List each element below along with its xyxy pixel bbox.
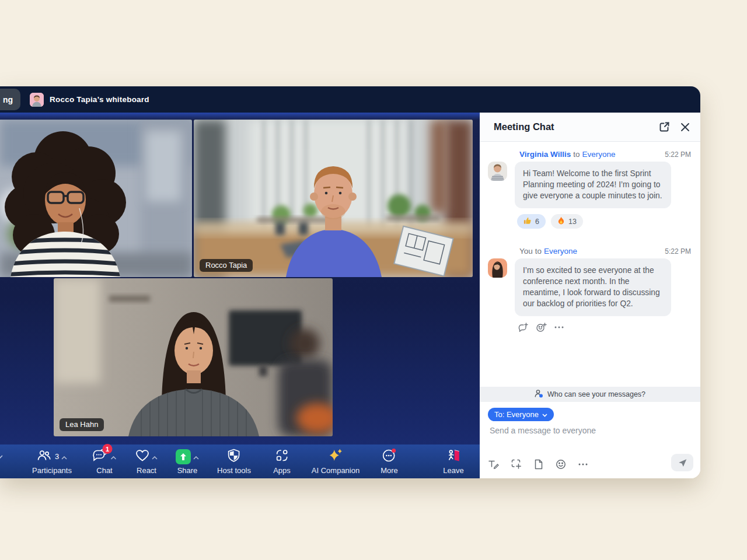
leave-label: Leave <box>443 466 463 475</box>
rocco-tapia-video <box>194 120 473 277</box>
message-actions <box>518 323 691 332</box>
chat-icon: 1 <box>93 449 109 464</box>
meeting-toolbar: 3 Participants 1 <box>0 444 480 478</box>
nametag-lea-hahn: Lea Hahn <box>60 418 104 431</box>
avatar-you <box>488 258 507 278</box>
avatar-virginia-willis <box>488 162 507 181</box>
reaction-fire[interactable]: 13 <box>551 214 583 229</box>
more-button[interactable]: More <box>381 449 398 475</box>
message-header: Virginia Willis to Everyone 5:22 PM <box>519 150 691 159</box>
video-tile-rocco-tapia[interactable]: Rocco Tapia <box>194 120 473 277</box>
composer: To: Everyone <box>480 402 700 478</box>
close-icon[interactable] <box>680 123 690 132</box>
participants-count: 3 <box>55 452 59 461</box>
chevron-down-icon <box>542 410 547 419</box>
heart-icon <box>135 449 149 464</box>
send-button[interactable] <box>671 454 693 471</box>
video-tile-participant-1[interactable] <box>0 120 192 277</box>
react-button[interactable]: React <box>135 449 158 475</box>
more-circle-icon <box>382 448 397 466</box>
participants-icon <box>37 449 51 464</box>
format-text-icon[interactable] <box>488 459 499 470</box>
sender-name: You <box>519 247 533 256</box>
more-label: More <box>381 466 398 475</box>
apps-button[interactable]: Apps <box>273 449 291 475</box>
message-header: You to Everyone 5:22 PM <box>519 247 691 256</box>
cutoff-tab[interactable]: ng <box>0 89 20 110</box>
share-button[interactable]: Share <box>176 449 199 475</box>
whiteboard-owner-avatar <box>30 93 44 107</box>
to-selector-text: To: Everyone <box>494 410 539 419</box>
recipient-name: Everyone <box>582 150 615 159</box>
message-reactions: 6 13 <box>517 214 691 229</box>
video-stage: Rocco Tapia <box>0 113 480 478</box>
message-row: I’m so excited to see everyone at the co… <box>488 258 691 316</box>
share-screen-icon <box>176 449 191 464</box>
recipient-name: Everyone <box>544 247 577 256</box>
message-time: 5:22 PM <box>665 247 691 256</box>
privacy-text: Who can see your messages? <box>547 390 645 398</box>
reaction-thumbs-up[interactable]: 6 <box>517 214 546 229</box>
screenshot-icon[interactable] <box>511 459 522 470</box>
participants-button[interactable]: 3 Participants <box>32 449 72 475</box>
fire-icon <box>557 216 565 227</box>
popout-icon[interactable] <box>659 121 670 132</box>
more-options-icon[interactable] <box>554 326 564 328</box>
chat-header: Meeting Chat <box>480 113 700 142</box>
ai-sparkle-icon <box>328 448 343 465</box>
participants-label: Participants <box>32 466 72 475</box>
sender-name: Virginia Willis <box>519 150 571 159</box>
privacy-icon <box>535 389 543 400</box>
chevron-up-icon[interactable] <box>193 452 199 462</box>
share-label: Share <box>177 466 198 475</box>
to-word: to <box>535 247 542 256</box>
host-tools-label: Host tools <box>217 466 251 475</box>
shield-icon <box>228 449 241 465</box>
recipient-selector[interactable]: To: Everyone <box>488 408 554 421</box>
lea-hahn-video <box>54 278 333 436</box>
emoji-icon[interactable] <box>556 459 566 470</box>
leave-door-icon <box>446 449 460 465</box>
message-time: 5:22 PM <box>665 150 691 159</box>
reply-in-thread-icon[interactable] <box>518 323 529 332</box>
message-bubble: Hi Team! Welcome to the first Sprint Pla… <box>515 162 671 208</box>
chat-label: Chat <box>96 466 112 475</box>
message-input[interactable] <box>488 425 689 436</box>
ai-companion-button[interactable]: AI Companion <box>312 449 359 475</box>
cutoff-control-icon <box>0 454 4 471</box>
composer-toolbar <box>488 459 588 470</box>
leave-button[interactable]: Leave <box>443 449 463 475</box>
nametag-rocco-tapia: Rocco Tapia <box>200 259 253 272</box>
ai-companion-label: AI Companion <box>312 466 359 475</box>
apps-icon <box>275 449 289 465</box>
meeting-window: Rocco Tapia <box>0 86 700 478</box>
message-bubble: I’m so excited to see everyone at the co… <box>515 258 671 316</box>
thumbs-up-icon <box>523 216 532 226</box>
video-tile-lea-hahn[interactable]: Lea Hahn <box>54 278 333 436</box>
privacy-note[interactable]: Who can see your messages? <box>480 387 700 402</box>
participant-1-video <box>0 120 192 277</box>
chat-unread-badge: 1 <box>103 444 113 454</box>
chevron-up-icon[interactable] <box>152 452 158 462</box>
reaction-count: 13 <box>568 218 577 226</box>
chat-messages: Virginia Willis to Everyone 5:22 PM <box>480 142 700 387</box>
chat-title: Meeting Chat <box>494 121 648 132</box>
react-label: React <box>137 466 156 475</box>
chevron-up-icon[interactable] <box>111 452 117 462</box>
file-icon[interactable] <box>534 459 543 470</box>
message-row: Hi Team! Welcome to the first Sprint Pla… <box>488 162 691 208</box>
reaction-count: 6 <box>535 218 539 226</box>
to-word: to <box>573 150 580 159</box>
host-tools-button[interactable]: Host tools <box>217 449 251 475</box>
meeting-chat-panel: Meeting Chat Virginia Willis to Everyone… <box>480 113 700 478</box>
window-topbar: ng Rocco Tapia’s whiteboard <box>0 86 700 113</box>
whiteboard-title: Rocco Tapia’s whiteboard <box>50 95 149 104</box>
add-reaction-icon[interactable] <box>536 323 547 332</box>
chat-button[interactable]: 1 Chat <box>93 449 117 475</box>
more-compose-icon[interactable] <box>578 463 588 466</box>
apps-label: Apps <box>273 466 291 475</box>
chevron-up-icon[interactable] <box>61 452 67 462</box>
